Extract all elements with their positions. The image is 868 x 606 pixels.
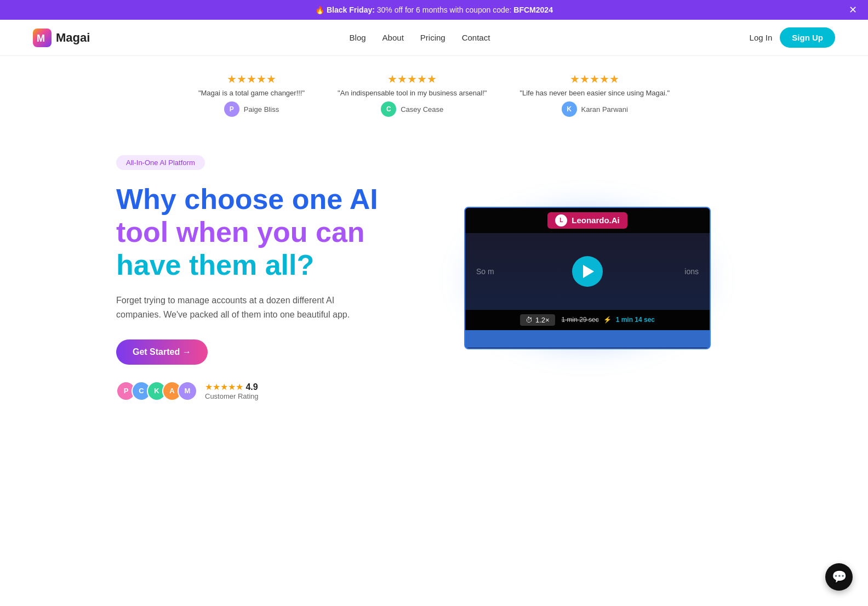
signup-button[interactable]: Sign Up bbox=[780, 27, 835, 48]
testimonial-text-1: "Magai is a total game changer!!!" bbox=[198, 89, 305, 97]
platform-badge: All-In-One AI Platform bbox=[116, 155, 205, 170]
video-body: So m ions bbox=[465, 233, 710, 310]
testimonial-3: ★★★★★ "Life has never been easier since … bbox=[519, 72, 670, 117]
speed-value: 1.2× bbox=[535, 316, 550, 324]
testimonial-2: ★★★★★ "An indispensable tool in my busin… bbox=[338, 72, 487, 117]
avatar-2: C bbox=[381, 101, 396, 117]
testimonial-author-3: K Karan Parwani bbox=[519, 101, 670, 117]
avatar-1: P bbox=[224, 101, 239, 117]
testimonials-section: ★★★★★ "Magai is a total game changer!!!"… bbox=[0, 56, 868, 122]
hero-left: All-In-One AI Platform Why choose one AI… bbox=[116, 155, 423, 401]
stars-2: ★★★★★ bbox=[338, 72, 487, 86]
lightning-icon: ⚡ bbox=[603, 316, 612, 324]
play-button[interactable] bbox=[572, 256, 603, 287]
video-controls: ⏱ 1.2× 1 min 29 sec ⚡ 1 min 14 sec bbox=[465, 310, 710, 330]
testimonial-author-2: C Casey Cease bbox=[338, 101, 487, 117]
banner-prefix: Black Friday: bbox=[327, 5, 375, 14]
time-normal: 1 min 29 sec bbox=[562, 316, 599, 324]
rating-info: ★★★★★ 4.9 Customer Rating bbox=[205, 382, 259, 400]
rating-stars: ★★★★★ 4.9 bbox=[205, 382, 259, 392]
hero-title-line2: tool when you can bbox=[116, 216, 365, 248]
speed-badge[interactable]: ⏱ 1.2× bbox=[520, 314, 555, 326]
hero-title-line1: Why choose one AI bbox=[116, 183, 378, 215]
author-name-3: Karan Parwani bbox=[581, 105, 628, 114]
testimonial-text-3: "Life has never been easier since using … bbox=[519, 89, 670, 97]
banner-emoji: 🔥 bbox=[315, 5, 324, 14]
testimonial-text-2: "An indispensable tool in my business ar… bbox=[338, 89, 487, 97]
author-name-1: Paige Bliss bbox=[244, 105, 279, 114]
logo[interactable]: M Magai bbox=[33, 29, 90, 47]
banner-code: BFCM2024 bbox=[513, 5, 553, 14]
stars-3: ★★★★★ bbox=[519, 72, 670, 86]
play-icon bbox=[583, 265, 594, 278]
nav-blog[interactable]: Blog bbox=[350, 33, 366, 42]
video-text-left: So m bbox=[476, 267, 494, 276]
speed-icon: ⏱ bbox=[526, 316, 533, 324]
hero-description: Forget trying to manage accounts at a do… bbox=[116, 293, 363, 321]
navbar: M Magai Blog About Pricing Contact Log I… bbox=[0, 20, 868, 56]
hero-section: All-In-One AI Platform Why choose one AI… bbox=[50, 122, 818, 434]
stars-1: ★★★★★ bbox=[198, 72, 305, 86]
avatar-stack: P C K A M bbox=[116, 381, 197, 401]
video-wrapper: L Leonardo.Ai So m ions ⏱ 1.2× bbox=[464, 207, 711, 349]
promo-banner: 🔥 Black Friday: 30% off for 6 months wit… bbox=[0, 0, 868, 20]
rating-row: P C K A M ★★★★★ 4.9 Customer Rating bbox=[116, 381, 423, 401]
video-top-bar: L Leonardo.Ai bbox=[465, 208, 710, 233]
video-bottom-bar bbox=[465, 330, 710, 348]
banner-close-button[interactable]: ✕ bbox=[849, 4, 857, 16]
nav-pricing[interactable]: Pricing bbox=[420, 33, 446, 42]
stack-av-5: M bbox=[178, 381, 197, 401]
time-fast: 1 min 14 sec bbox=[616, 316, 655, 324]
nav-about[interactable]: About bbox=[382, 33, 404, 42]
nav-actions: Log In Sign Up bbox=[750, 27, 835, 48]
video-times: 1 min 29 sec ⚡ 1 min 14 sec bbox=[562, 316, 655, 324]
video-brand-logo-icon: L bbox=[555, 214, 567, 226]
video-container: L Leonardo.Ai So m ions ⏱ 1.2× bbox=[464, 207, 711, 349]
video-text-right: ions bbox=[684, 267, 699, 276]
rating-label: Customer Rating bbox=[205, 392, 259, 400]
hero-title-line3: have them all? bbox=[116, 249, 314, 281]
nav-links: Blog About Pricing Contact bbox=[350, 33, 490, 43]
video-brand-name: Leonardo.Ai bbox=[572, 216, 620, 225]
testimonial-1: ★★★★★ "Magai is a total game changer!!!"… bbox=[198, 72, 305, 117]
logo-text: Magai bbox=[56, 31, 90, 45]
banner-message: 30% off for 6 months with coupon code: bbox=[377, 5, 514, 14]
svg-text:M: M bbox=[37, 33, 45, 44]
get-started-button[interactable]: Get Started → bbox=[116, 339, 208, 365]
login-button[interactable]: Log In bbox=[750, 33, 773, 42]
author-name-2: Casey Cease bbox=[401, 105, 443, 114]
rating-number: 4.9 bbox=[245, 382, 258, 392]
hero-title: Why choose one AI tool when you can have… bbox=[116, 183, 423, 281]
hero-right: L Leonardo.Ai So m ions ⏱ 1.2× bbox=[423, 207, 752, 349]
video-brand-pill: L Leonardo.Ai bbox=[547, 212, 627, 229]
testimonial-author-1: P Paige Bliss bbox=[198, 101, 305, 117]
avatar-3: K bbox=[562, 101, 577, 117]
nav-contact[interactable]: Contact bbox=[462, 33, 490, 42]
